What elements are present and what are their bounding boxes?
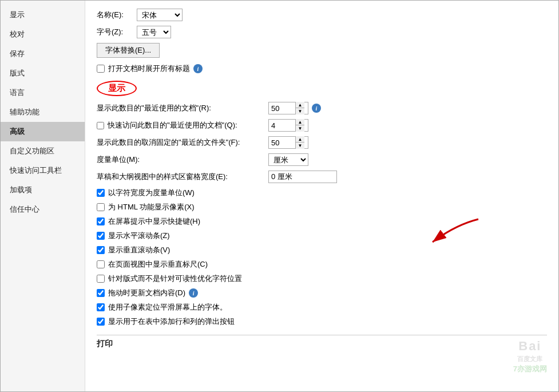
recent-folders-spinner[interactable]: ▲ ▼ [268,136,308,149]
sidebar-item-addins[interactable]: 加载项 [1,180,85,200]
char-width-checkbox[interactable] [97,189,105,197]
show-shortcuts-label: 在屏幕提示中显示快捷键(H) [108,216,200,227]
show-v-ruler-row: 在页面视图中显示垂直标尺(C) [97,259,547,270]
subpixel-label: 使用子像素定位平滑屏幕上的字体。 [108,302,227,312]
print-section-label: 打印 [97,335,547,349]
show-h-scrollbar-checkbox[interactable] [97,232,105,240]
quick-access-docs-spinner-btns: ▲ ▼ [295,119,304,132]
font-size-label: 字号(Z): [97,27,137,37]
quick-access-docs-label: 快速访问此数目的"最近使用的文档"(Q): [108,120,237,130]
font-replace-button[interactable]: 字体替换(E)... [97,43,160,58]
sidebar-item-proofread[interactable]: 校对 [1,25,85,44]
recent-docs-down-btn[interactable]: ▼ [295,108,304,114]
style-pane-label: 草稿和大纲视图中的样式区窗格宽度(E): [97,172,268,182]
measure-unit-label: 度量单位(M): [97,155,268,165]
update-on-drag-info-icon[interactable]: i [189,288,198,298]
recent-folders-input[interactable] [269,137,295,148]
char-width-row: 以字符宽度为度量单位(W) [97,188,547,198]
font-size-select[interactable]: 五号 [137,26,171,38]
font-name-select[interactable]: 宋体 [137,9,183,21]
show-v-ruler-label: 在页面视图中显示垂直标尺(C) [108,259,208,270]
sidebar-item-quick-access[interactable]: 快速访问工具栏 [1,161,85,180]
recent-docs-label: 显示此数目的"最近使用的文档"(R): [97,103,268,113]
sidebar-item-advanced[interactable]: 高级 [1,122,85,141]
main-content: 名称(E): 宋体 字号(Z): 五号 字体替换(E)... 打开文档时展开所有… [85,1,558,391]
sidebar: 显示 校对 保存 版式 语言 辅助功能 高级 自定义功能区 快速访问工具栏 加载… [1,1,85,391]
html-pixels-row: 为 HTML 功能显示像素(X) [97,202,547,212]
recent-docs-spinner-btns: ▲ ▼ [295,102,304,114]
show-insert-btn-row: 显示用于在表中添加行和列的弹出按钮 [97,316,547,327]
display-section-header: 显示 [97,81,547,96]
show-v-scrollbar-label: 显示垂直滚动条(V) [108,245,170,255]
show-v-ruler-checkbox[interactable] [97,260,105,268]
subpixel-checkbox[interactable] [97,303,105,311]
show-insert-btn-checkbox[interactable] [97,318,105,326]
sidebar-item-language[interactable]: 语言 [1,83,85,102]
recent-folders-spinner-btns: ▲ ▼ [295,136,304,149]
quick-access-docs-row: 快速访问此数目的"最近使用的文档"(Q): ▲ ▼ [97,119,547,132]
recent-folders-label: 显示此数目的取消固定的"最近的文件夹"(F): [97,137,268,148]
optimize-readability-row: 针对版式而不是针对可读性优化字符位置 [97,274,547,284]
recent-folders-row: 显示此数目的取消固定的"最近的文件夹"(F): ▲ ▼ [97,136,547,149]
show-v-scrollbar-row: 显示垂直滚动条(V) [97,245,547,255]
measure-unit-select[interactable]: 厘米 英寸 毫米 [268,153,308,166]
recent-folders-up-btn[interactable]: ▲ [295,136,304,142]
show-shortcuts-checkbox[interactable] [97,217,105,225]
recent-docs-spinner[interactable]: ▲ ▼ [268,102,308,114]
update-on-drag-label: 拖动时更新文档内容(D) [108,288,185,298]
char-width-label: 以字符宽度为度量单位(W) [108,188,195,198]
quick-access-docs-down-btn[interactable]: ▼ [295,125,304,132]
display-section-label: 显示 [97,81,137,96]
update-on-drag-row: 拖动时更新文档内容(D) i [97,288,547,298]
show-h-scrollbar-label: 显示水平滚动条(Z) [108,231,170,241]
open-all-headings-row: 打开文档时展开所有标题 i [97,64,547,74]
font-size-row: 字号(Z): 五号 [97,26,547,38]
quick-access-docs-input[interactable] [269,120,295,131]
optimize-readability-checkbox[interactable] [97,275,105,283]
recent-docs-row: 显示此数目的"最近使用的文档"(R): ▲ ▼ i [97,102,547,114]
watermark: Bai 百度文库 7亦游戏网 [513,338,547,374]
show-insert-btn-label: 显示用于在表中添加行和列的弹出按钮 [108,316,235,327]
show-h-scrollbar-row: 显示水平滚动条(Z) [97,231,547,241]
open-all-headings-label: 打开文档时展开所有标题 [108,64,190,74]
update-on-drag-checkbox[interactable] [97,289,105,297]
font-name-row: 名称(E): 宋体 [97,9,547,21]
open-all-headings-checkbox[interactable] [97,65,105,73]
quick-access-docs-spinner[interactable]: ▲ ▼ [268,119,308,132]
open-all-headings-info-icon[interactable]: i [193,64,203,73]
sidebar-item-save[interactable]: 保存 [1,44,85,64]
font-name-label: 名称(E): [97,10,137,20]
sidebar-item-layout[interactable]: 版式 [1,64,85,83]
style-pane-row: 草稿和大纲视图中的样式区窗格宽度(E): [97,171,547,183]
sidebar-item-customize-ribbon[interactable]: 自定义功能区 [1,141,85,161]
recent-docs-info-icon[interactable]: i [312,104,321,113]
sidebar-item-trust-center[interactable]: 信任中心 [1,200,85,219]
recent-folders-down-btn[interactable]: ▼ [295,142,304,149]
html-pixels-checkbox[interactable] [97,203,105,211]
recent-docs-up-btn[interactable]: ▲ [295,102,304,108]
recent-docs-input[interactable] [269,102,295,114]
style-pane-input[interactable] [268,171,337,183]
show-v-scrollbar-checkbox[interactable] [97,246,105,254]
sidebar-item-accessibility[interactable]: 辅助功能 [1,102,85,122]
optimize-readability-label: 针对版式而不是针对可读性优化字符位置 [108,274,242,284]
show-shortcuts-row: 在屏幕提示中显示快捷键(H) [97,216,547,227]
html-pixels-label: 为 HTML 功能显示像素(X) [108,202,194,212]
quick-access-docs-checkbox[interactable] [97,122,104,129]
subpixel-row: 使用子像素定位平滑屏幕上的字体。 [97,302,547,312]
measure-unit-row: 度量单位(M): 厘米 英寸 毫米 [97,153,547,166]
quick-access-docs-up-btn[interactable]: ▲ [295,119,304,125]
sidebar-item-display[interactable]: 显示 [1,5,85,25]
